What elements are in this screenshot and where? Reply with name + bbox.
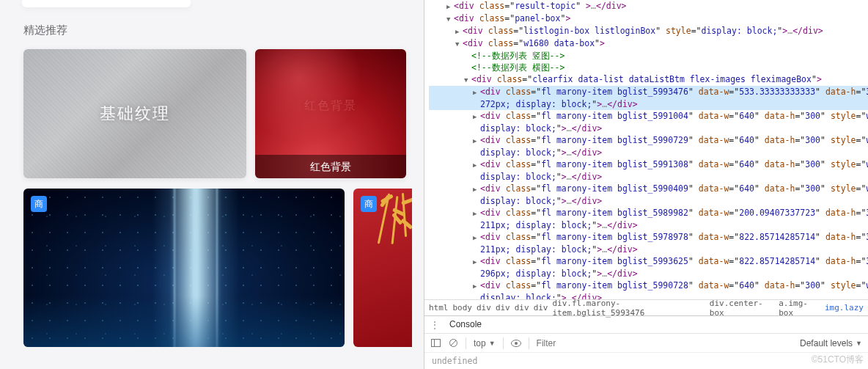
dom-tree-line[interactable]: display: block;">…</div> <box>429 171 868 183</box>
breadcrumb-item[interactable]: body <box>453 303 473 313</box>
dom-tree-line[interactable]: display: block;">…</div> <box>429 195 868 207</box>
dom-tree-line[interactable]: <div class="fl marony-item bglist_599100… <box>429 110 868 123</box>
expand-triangle-icon[interactable] <box>473 280 480 292</box>
log-levels-selector[interactable]: Default levels▼ <box>800 338 862 348</box>
page-preview: 精选推荐 基础纹理 红色背景 红色背景 商 商 <box>0 0 424 369</box>
dom-tree-line[interactable]: 296px; display: block;">…</div> <box>429 268 868 280</box>
live-expression-icon[interactable] <box>511 338 521 348</box>
breadcrumb-item[interactable]: div <box>496 303 510 313</box>
breadcrumb-item[interactable]: div <box>477 303 491 313</box>
console-line: undefined <box>432 356 477 366</box>
dom-tree-line[interactable]: 211px; display: block;">…</div> <box>429 244 868 255</box>
breadcrumb-item[interactable]: div.fl.marony-item.bglist_5993476 <box>553 299 705 318</box>
breadcrumb-item[interactable]: html <box>429 303 449 313</box>
dom-tree-line[interactable]: 211px; display: block;">…</div> <box>429 219 868 231</box>
context-selector[interactable]: top▼ <box>474 338 496 348</box>
dom-tree-line[interactable]: <!--数据列表 竖图--> <box>429 50 868 62</box>
dom-tree-line[interactable]: <!--数据列表 横图--> <box>429 62 868 73</box>
expand-triangle-icon[interactable] <box>446 0 454 12</box>
dom-tree-line[interactable]: 272px; display: block;">…</div> <box>429 98 868 110</box>
expand-triangle-icon[interactable] <box>473 231 480 244</box>
console-output[interactable]: undefined <box>424 352 868 369</box>
dom-tree-line[interactable]: <div class="fl marony-item bglist_599130… <box>429 158 868 171</box>
dom-tree-line[interactable]: <div class="result-topic" >…</div> <box>429 0 868 12</box>
dom-tree-line[interactable]: <div class="fl marony-item bglist_599040… <box>429 183 868 195</box>
watermark: ©51CTO博客 <box>812 354 864 366</box>
console-filter-input[interactable] <box>537 338 792 348</box>
dom-tree-line[interactable]: <div class="fl marony-item bglist_598998… <box>429 207 868 219</box>
breadcrumb-item[interactable]: div <box>534 303 548 313</box>
sidebar-toggle-icon[interactable] <box>430 338 441 348</box>
section-title: 精选推荐 <box>23 23 424 37</box>
dom-tree-line[interactable]: display: block;">…</div> <box>429 147 868 158</box>
dom-breadcrumb[interactable]: htmlbodydivdivdivdivdiv.fl.marony-item.b… <box>424 299 868 315</box>
thumbnail-bamboo-red[interactable]: 商 <box>353 189 412 347</box>
svg-rect-0 <box>431 340 440 347</box>
dom-tree-line[interactable]: <div class="fl marony-item bglist_599347… <box>429 86 868 98</box>
devtools-panel: <div class="result-topic" >…</div><div c… <box>424 0 868 369</box>
dom-tree-line[interactable]: <div class="fl marony-item bglist_597897… <box>429 231 868 244</box>
expand-triangle-icon[interactable] <box>455 37 463 50</box>
expand-triangle-icon[interactable] <box>455 25 463 37</box>
breadcrumb-item[interactable]: img.lazy <box>825 303 864 313</box>
thumbnail-light-beam[interactable]: 商 <box>23 189 345 347</box>
expand-triangle-icon[interactable] <box>464 73 471 86</box>
dom-tree-line[interactable]: <div class="w1680 data-box"> <box>429 37 868 50</box>
console-tab[interactable]: Console <box>448 317 483 333</box>
clear-console-icon[interactable] <box>448 338 458 348</box>
commercial-badge-icon: 商 <box>31 196 47 212</box>
expand-triangle-icon[interactable] <box>473 86 480 98</box>
kebab-menu-icon[interactable]: ⋮ <box>430 320 441 330</box>
dom-tree-line[interactable]: <div class="fl marony-item bglist_599072… <box>429 134 868 147</box>
dom-tree-line[interactable]: <div class="listlogin-box listloginBox" … <box>429 25 868 37</box>
console-drawer-header: ⋮ Console <box>424 315 868 333</box>
expand-triangle-icon[interactable] <box>473 183 480 195</box>
expand-triangle-icon[interactable] <box>446 12 454 25</box>
thumbnail-hover-bar: 红色背景 <box>255 155 406 178</box>
svg-line-3 <box>451 340 456 346</box>
breadcrumb-item[interactable]: div <box>515 303 529 313</box>
expand-triangle-icon[interactable] <box>473 255 480 268</box>
card-fragment <box>22 0 191 7</box>
svg-point-5 <box>515 342 518 345</box>
expand-triangle-icon[interactable] <box>473 207 480 219</box>
expand-triangle-icon[interactable] <box>473 110 480 123</box>
thumbnail-caption: 红色背景 <box>255 98 406 114</box>
thumbnail-texture[interactable]: 基础纹理 <box>23 49 246 178</box>
expand-triangle-icon[interactable] <box>473 158 480 171</box>
dom-tree-line[interactable]: <div class="panel-box"> <box>429 12 868 25</box>
dom-tree-line[interactable]: <div class="fl marony-item bglist_599362… <box>429 255 868 268</box>
expand-triangle-icon[interactable] <box>473 134 480 147</box>
dom-tree-line[interactable]: <div class="clearfix data-list dataListB… <box>429 73 868 86</box>
breadcrumb-item[interactable]: div.center-box <box>710 299 774 318</box>
dom-tree-line[interactable]: display: block;">…</div> <box>429 123 868 134</box>
dom-tree-line[interactable]: <div class="fl marony-item bglist_599072… <box>429 280 868 292</box>
thumbnail-red-bg[interactable]: 红色背景 红色背景 <box>255 49 406 178</box>
elements-tree[interactable]: <div class="result-topic" >…</div><div c… <box>424 0 868 299</box>
thumbnail-caption: 基础纹理 <box>23 103 246 125</box>
breadcrumb-item[interactable]: a.img-box <box>779 299 820 318</box>
console-toolbar: top▼ Default levels▼ <box>424 333 868 352</box>
